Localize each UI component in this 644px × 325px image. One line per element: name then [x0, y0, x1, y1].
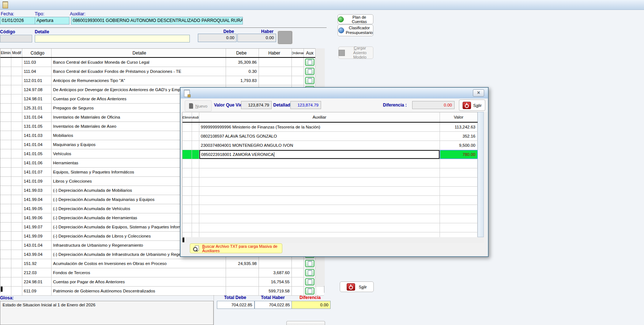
document-icon — [308, 60, 312, 65]
aux-button[interactable] — [305, 269, 315, 276]
cell-codigo: 141.99.05 — [22, 204, 52, 213]
cell-codigo: 141.99.06 — [22, 213, 52, 222]
col-elimin: Elimin — [0, 49, 11, 57]
cell-modif — [192, 205, 199, 214]
auxiliar-row-empty[interactable] — [182, 196, 478, 205]
cell-codigo: 124.98.01 — [22, 94, 52, 103]
auxiliar-input[interactable]: 0860019930001 GOBIERNO AUTONOMO DESCENTR… — [71, 17, 243, 25]
cell-aux — [304, 67, 316, 76]
col-detalle: Detalle — [52, 49, 226, 57]
table-row[interactable]: 212.03Fondos de Terceros3,687.60 — [0, 268, 324, 277]
cell-elimin — [0, 122, 11, 131]
table-row[interactable]: 611.09Patrimonio de Gobiernos Autónomos … — [0, 287, 324, 296]
cell-elimin — [0, 158, 11, 167]
auxiliar-row-empty[interactable] — [182, 187, 478, 196]
nuevo-button[interactable]: Nuevo — [185, 100, 212, 112]
table-row[interactable]: 111.04Banco Central del Ecuador Fondos d… — [0, 67, 324, 76]
cell-valor — [440, 196, 478, 205]
cell-codigo: 124.97.08 — [22, 85, 52, 94]
aux-button[interactable] — [305, 59, 315, 66]
auxiliar-row-editing[interactable]: 0850223918001 ZAMORA VERONICA780.00 — [182, 150, 478, 159]
salir-button[interactable]: Salir — [340, 281, 374, 292]
cell-elimin — [0, 259, 11, 268]
close-icon[interactable]: × — [473, 89, 484, 97]
dialog-horizontal-scrollbar[interactable] — [182, 237, 484, 243]
document-icon — [308, 279, 312, 284]
aux-button[interactable] — [305, 260, 315, 267]
aux-button[interactable] — [305, 287, 315, 295]
cell-debe — [226, 287, 259, 295]
auxiliar-row[interactable]: 9999999999996 Ministerio de Finanzas (Te… — [182, 123, 478, 132]
fecha-input[interactable]: 01/01/2026 — [0, 17, 36, 25]
clasificador-presupuestario-button[interactable]: Clasificador Presupuestario — [338, 25, 373, 36]
add-entry-button[interactable] — [278, 31, 292, 44]
table-row[interactable]: 111.03Banco Central del Ecuador Moneda d… — [0, 58, 324, 67]
cell-auxiliar[interactable]: 0850223918001 ZAMORA VERONICA — [199, 150, 440, 159]
auxiliar-row-empty[interactable] — [182, 214, 478, 223]
partial-bottom-button[interactable] — [286, 321, 325, 325]
auxiliar-row-empty[interactable] — [182, 168, 478, 178]
auxiliar-row-empty[interactable] — [182, 223, 478, 232]
cell-elimin — [182, 178, 192, 186]
cell-elimin — [182, 168, 192, 177]
cell-modif — [192, 223, 199, 232]
cell-modif — [192, 159, 199, 168]
aux-button[interactable] — [305, 278, 315, 285]
haber-entry-field[interactable]: 0.00 — [237, 34, 276, 42]
glosa-textarea[interactable]: Estado de Situacion Inicial al 1 de Ener… — [0, 301, 214, 325]
plan-de-cuentas-button[interactable]: Plan de Cuentas — [338, 14, 373, 24]
cell-valor — [440, 214, 478, 223]
salir-modal-label: Salir — [473, 103, 482, 108]
cell-modif — [11, 122, 22, 131]
cargar-asiento-modelo-button[interactable]: Cargar Asiento Modelo — [338, 46, 373, 59]
separator-line — [0, 27, 327, 28]
accounts-table-header: Elimin Modif Código Detalle Debe Haber O… — [0, 49, 324, 58]
auxiliar-row-empty[interactable] — [182, 178, 478, 187]
cell-ordenar — [292, 67, 304, 76]
cell-valor — [440, 168, 478, 177]
cell-elimin — [0, 140, 11, 149]
cell-modif — [11, 76, 22, 85]
dialog-titlebar[interactable]: × — [181, 88, 488, 99]
cell-modif — [192, 150, 199, 159]
cell-elimin — [0, 85, 11, 94]
cell-elimin — [0, 104, 11, 112]
col-modif: Modif — [11, 49, 22, 57]
cell-elimin — [182, 159, 192, 168]
cell-debe: 0.30 — [226, 67, 259, 76]
auxiliar-row[interactable]: 2300374804001 MONTENEGRO ANGULO IVON9,50… — [182, 141, 478, 150]
cell-aux — [304, 76, 316, 85]
cell-haber — [259, 259, 292, 268]
cell-detalle: Patrimonio de Gobiernos Autónomos Descen… — [52, 287, 226, 295]
aux-button[interactable] — [305, 77, 315, 84]
salir-modal-button[interactable]: Salir — [459, 100, 485, 111]
aux-button[interactable] — [305, 68, 315, 75]
cell-elimin — [0, 94, 11, 103]
tipo-input[interactable]: Apertura — [35, 17, 69, 25]
auxiliar-row[interactable]: 0802108597 ALAVA SALTOS GONZALO352.16 — [182, 132, 478, 141]
auxiliar-row-empty[interactable] — [182, 159, 478, 168]
debe-entry-field[interactable]: 0.00 — [198, 34, 237, 42]
auxiliares-dialog: × Nuevo Valor Que Viene : 123,874.79 Det… — [180, 87, 489, 257]
cell-modif — [11, 250, 22, 259]
cell-elimin — [0, 250, 11, 259]
cell-codigo: 141.01.03 — [22, 131, 52, 140]
diferencia-field: 0.00 — [291, 301, 331, 309]
detalle-input[interactable] — [35, 35, 190, 42]
table-row[interactable]: 151.92Acumulación de Costos en Inversion… — [0, 259, 324, 268]
cell-codigo: 224.98.01 — [22, 277, 52, 286]
cell-codigo: 151.92 — [22, 259, 52, 268]
auxiliar-edit-input[interactable]: 0850223918001 ZAMORA VERONICA — [199, 150, 440, 159]
buscar-archivo-txt-button[interactable]: Buscar Archivo TXT para carga Masiva de … — [190, 243, 282, 253]
application-window: Fecha: 01/01/2026 Tipo: Apertura Auxilia… — [0, 0, 644, 325]
table-row[interactable]: 112.01.01Anticipos de Remuneraciones Tip… — [0, 76, 324, 85]
cell-ordenar — [292, 76, 304, 85]
glosa-label: Glosa: — [0, 295, 14, 300]
cell-modif — [192, 168, 199, 177]
auxiliar-row-empty[interactable] — [182, 205, 478, 214]
cell-modif — [11, 104, 22, 112]
dialog-vertical-scrollbar[interactable] — [478, 112, 484, 237]
table-row[interactable]: 224.98.01Cuentas por Pagar de Años Anter… — [0, 277, 324, 287]
codigo-input[interactable] — [0, 35, 32, 42]
cell-elimin — [0, 268, 11, 277]
